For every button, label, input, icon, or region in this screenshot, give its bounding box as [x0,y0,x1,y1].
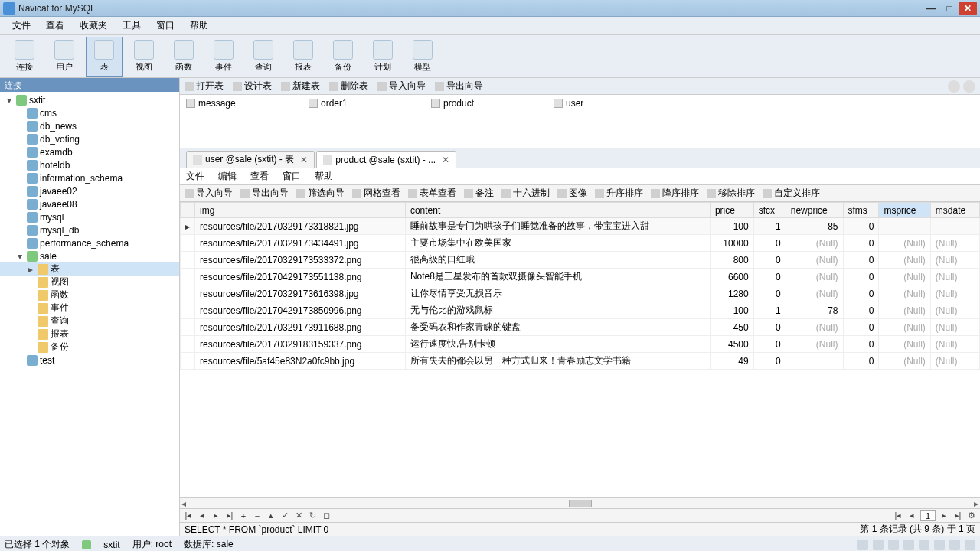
cell[interactable]: Note8是三星发布的首款双摄像头智能手机 [405,269,710,285]
db-child-报表[interactable]: 报表 [0,328,179,341]
gtb-表单查看[interactable]: 表单查看 [408,187,456,200]
page-last-button[interactable]: ▸| [952,510,963,521]
cell[interactable]: 1 [753,218,786,235]
cell[interactable] [181,269,195,285]
ctb-新建表[interactable]: 新建表 [281,80,320,93]
menu-文件[interactable]: 文件 [5,18,38,34]
tool-query[interactable]: 查询 [245,37,282,77]
cell[interactable]: 6600 [710,269,753,285]
gtb-十六进制[interactable]: 十六进制 [501,187,550,200]
tab[interactable]: product @sale (sxtit) - ...✕ [316,151,456,168]
cell[interactable]: 无与伦比的游戏鼠标 [405,302,710,319]
col-header-newprice[interactable]: newprice [786,203,843,218]
cell[interactable]: resources/file/20170329183159337.png [195,336,406,353]
cell[interactable]: (Null) [786,285,843,302]
cell[interactable]: 0 [753,336,786,353]
page-prev-button[interactable]: ◂ [906,510,917,521]
cell[interactable]: (Null) [930,252,979,269]
ctb-设计表[interactable]: 设计表 [233,80,272,93]
nav-last-button[interactable]: ▸| [224,510,235,521]
col-header-marker[interactable] [181,203,195,218]
cell[interactable]: 100 [710,302,753,319]
page-input[interactable] [920,510,936,521]
cell[interactable]: (Null) [786,319,843,336]
cell[interactable]: 让你尽情享受无损音乐 [405,285,710,302]
col-header-content[interactable]: content [405,203,710,218]
col-header-img[interactable]: img [195,203,406,218]
cell[interactable]: (Null) [786,235,843,252]
object-order1[interactable]: order1 [309,98,400,109]
maximize-button[interactable]: □ [940,2,959,15]
tray-icon[interactable] [888,540,899,550]
connection-sxtit[interactable]: ▾sxtit [0,93,179,106]
db-child-表[interactable]: ▸表 [0,262,179,276]
database-db_voting[interactable]: db_voting [0,132,179,145]
submenu-窗口[interactable]: 窗口 [283,170,301,183]
cell[interactable] [786,353,843,370]
cell[interactable]: 0 [843,319,879,336]
cell[interactable]: 所有失去的都会以另一种方式归来！青春励志文学书籍 [405,353,710,370]
cell[interactable] [879,218,930,235]
cell[interactable]: (Null) [930,302,979,319]
cell[interactable]: 0 [753,353,786,370]
col-header-msdate[interactable]: msdate [930,203,979,218]
cell[interactable]: 0 [843,353,879,370]
cell[interactable]: 0 [843,235,879,252]
cell[interactable]: 10000 [710,235,753,252]
gtb-移除排序[interactable]: 移除排序 [707,187,755,200]
cell[interactable]: 0 [753,252,786,269]
col-header-sfcx[interactable]: sfcx [753,203,786,218]
cell[interactable]: 0 [753,235,786,252]
tool-report[interactable]: 报表 [285,37,322,77]
col-header-price[interactable]: price [710,203,753,218]
refresh-icon[interactable] [963,80,975,93]
gtb-导出向导[interactable]: 导出向导 [240,187,289,200]
page-next-button[interactable]: ▸ [939,510,949,521]
cell[interactable]: (Null) [930,269,979,285]
cell[interactable]: ▸ [181,218,195,235]
object-product[interactable]: product [431,98,523,109]
ctb-导入向导[interactable]: 导入向导 [377,80,426,93]
db-child-函数[interactable]: 函数 [0,289,179,302]
tree-toggle-icon[interactable]: ▾ [15,251,24,262]
gtb-筛选向导[interactable]: 筛选向导 [296,187,345,200]
cell[interactable]: 很高级的口红哦 [405,252,710,269]
nav-prev-button[interactable]: ◂ [197,510,207,521]
nav-next-button[interactable]: ▸ [211,510,221,521]
cell[interactable]: resources/file/20170329173616398.jpg [195,285,406,302]
db-child-事件[interactable]: 事件 [0,302,179,315]
menu-帮助[interactable]: 帮助 [182,18,216,34]
cell[interactable]: 0 [843,218,879,235]
ctb-打开表[interactable]: 打开表 [185,80,224,93]
cell[interactable]: 4500 [710,336,753,353]
tree-toggle-icon[interactable]: ▾ [5,95,14,106]
cell[interactable]: 0 [843,336,879,353]
cell[interactable]: 0 [843,252,879,269]
cell[interactable]: resources/file/20170429173850996.png [195,302,406,319]
cell[interactable]: resources/file/20170329173318821.jpg [195,218,406,235]
tool-table[interactable]: 表 [86,37,122,77]
tray-icon[interactable] [919,540,929,550]
cell[interactable]: (Null) [879,353,930,370]
nav-edit-button[interactable]: ▴ [266,510,276,521]
tab-close-icon[interactable]: ✕ [442,155,449,165]
cell[interactable]: 运行速度快,告别卡顿 [405,336,710,353]
database-javaee08[interactable]: javaee08 [0,197,179,210]
menu-窗口[interactable]: 窗口 [149,18,182,34]
menu-收藏夹[interactable]: 收藏夹 [72,18,115,34]
cell[interactable]: (Null) [879,252,930,269]
submenu-查看[interactable]: 查看 [250,170,269,183]
cell[interactable]: 450 [710,319,753,336]
col-header-sfms[interactable]: sfms [843,203,879,218]
tray-icon[interactable] [903,540,914,550]
cell[interactable]: (Null) [879,269,930,285]
cell[interactable]: 0 [753,285,786,302]
gtb-备注[interactable]: 备注 [464,187,494,200]
tool-view[interactable]: 视图 [126,37,162,77]
menu-工具[interactable]: 工具 [115,18,149,34]
cell[interactable]: 49 [710,353,753,370]
cell[interactable]: 1280 [710,285,753,302]
tray-icon[interactable] [873,540,884,550]
tool-schedule[interactable]: 计划 [364,37,401,77]
cell[interactable]: (Null) [930,319,979,336]
